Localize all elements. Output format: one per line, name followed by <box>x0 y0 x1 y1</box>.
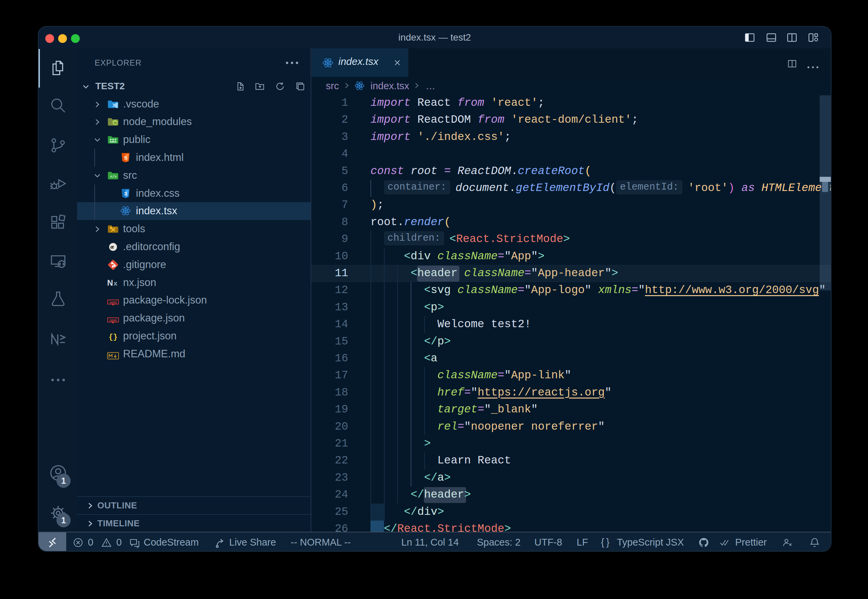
svg-text:5: 5 <box>124 155 127 161</box>
svg-text:</>: </> <box>110 175 117 179</box>
svg-text:x: x <box>114 280 117 287</box>
svg-text:{}: {} <box>108 333 117 342</box>
svg-text:3: 3 <box>124 191 127 196</box>
svg-text:N: N <box>107 278 113 287</box>
svg-text:npm: npm <box>110 318 117 322</box>
svg-text:npm: npm <box>110 301 117 304</box>
svg-text:JS: JS <box>114 121 117 124</box>
